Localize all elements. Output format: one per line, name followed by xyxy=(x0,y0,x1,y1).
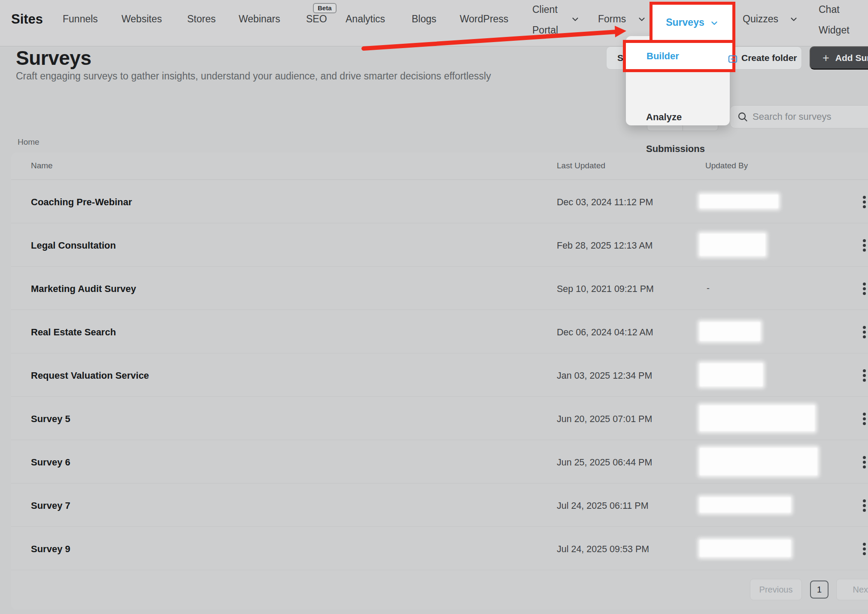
redacted-user xyxy=(700,234,765,256)
nav-item-forms[interactable]: Forms xyxy=(598,13,626,25)
menu-item-submissions[interactable]: Submissions xyxy=(646,143,705,155)
nav-item-chat-widget[interactable]: Chat Widget xyxy=(819,3,850,36)
last-updated-value: Dec 03, 2024 11:12 PM xyxy=(557,197,653,208)
page-title: Surveys xyxy=(16,46,91,70)
updated-by-value xyxy=(700,180,778,223)
chevron-down-icon xyxy=(571,15,580,24)
table-header: Name Last Updated Updated By xyxy=(11,152,868,180)
row-menu-button[interactable] xyxy=(857,237,868,253)
annotation-box-surveys: Surveys xyxy=(649,2,735,43)
survey-name: Marketing Audit Survey xyxy=(31,283,136,295)
nav-item-quizzes[interactable]: Quizzes xyxy=(743,13,778,25)
survey-name: Request Valuation Service xyxy=(31,370,149,381)
updated-by-value xyxy=(700,527,791,570)
nav-item-webinars[interactable]: Webinars xyxy=(239,13,280,25)
redacted-user xyxy=(700,448,817,475)
add-survey-label: Add Survey xyxy=(835,53,868,63)
table-row[interactable]: Survey 5 Jun 20, 2025 07:01 PM xyxy=(11,397,868,440)
chevron-down-icon xyxy=(710,18,719,28)
row-menu-button[interactable] xyxy=(857,194,868,210)
table-row[interactable]: Survey 6 Jun 25, 2025 06:44 PM xyxy=(11,440,868,483)
table-row[interactable]: Marketing Audit Survey Sep 10, 2021 09:2… xyxy=(11,267,868,310)
surveys-table: Name Last Updated Updated By Coaching Pr… xyxy=(11,152,868,610)
redacted-user xyxy=(700,322,760,341)
last-updated-value: Jul 24, 2025 09:53 PM xyxy=(557,544,649,555)
table-row[interactable]: Survey 7 Jul 24, 2025 06:11 PM xyxy=(11,483,868,527)
nav-item-websites[interactable]: Websites xyxy=(121,13,162,25)
redacted-user xyxy=(700,497,791,513)
plus-icon: + xyxy=(822,52,829,64)
chevron-down-icon xyxy=(637,15,646,24)
updated-by-value xyxy=(700,440,817,483)
nav-item-seo[interactable]: SEO xyxy=(306,13,327,25)
next-page-button[interactable]: Next xyxy=(836,579,868,600)
table-row[interactable]: Survey 9 Jul 24, 2025 09:53 PM xyxy=(11,527,868,570)
last-updated-value: Jun 25, 2025 06:44 PM xyxy=(557,457,652,468)
row-menu-button[interactable] xyxy=(857,324,868,340)
row-menu-button[interactable] xyxy=(857,541,868,556)
add-survey-button[interactable]: + Add Survey xyxy=(810,46,868,70)
table-row[interactable]: Request Valuation Service Jan 03, 2025 1… xyxy=(11,353,868,397)
nav-item-client-portal[interactable]: Client Portal xyxy=(532,3,558,36)
table-row[interactable]: Coaching Pre-Webinar Dec 03, 2024 11:12 … xyxy=(11,180,868,223)
top-nav: Sites Funnels Websites Stores Webinars S… xyxy=(0,0,868,46)
create-folder-label: Create folder xyxy=(741,53,797,63)
last-updated-value: Sep 10, 2021 09:21 PM xyxy=(557,284,654,295)
brand-sites[interactable]: Sites xyxy=(11,12,43,27)
nav-item-analytics[interactable]: Analytics xyxy=(346,13,385,25)
redacted-user xyxy=(700,195,778,208)
row-menu-button[interactable] xyxy=(857,368,868,383)
survey-name: Survey 5 xyxy=(31,413,70,425)
table-row[interactable]: Real Estate Search Dec 06, 2024 04:12 AM xyxy=(11,310,868,353)
nav-item-wordpress[interactable]: WordPress xyxy=(460,13,508,25)
current-page-indicator[interactable]: 1 xyxy=(810,581,829,599)
updated-by-empty: - xyxy=(700,283,710,293)
survey-name: Coaching Pre-Webinar xyxy=(31,197,132,208)
redacted-user xyxy=(700,540,791,557)
breadcrumb-home[interactable]: Home xyxy=(18,137,39,147)
redacted-user xyxy=(700,363,763,386)
updated-by-value xyxy=(700,397,815,440)
chevron-down-icon xyxy=(789,15,798,24)
row-menu-button[interactable] xyxy=(857,411,868,426)
redacted-user xyxy=(700,405,815,431)
nav-item-blogs[interactable]: Blogs xyxy=(412,13,437,25)
survey-search xyxy=(730,105,868,128)
updated-by-value xyxy=(700,483,791,526)
row-menu-button[interactable] xyxy=(857,281,868,296)
beta-badge: Beta xyxy=(313,3,337,13)
column-header-by: Updated By xyxy=(705,161,748,170)
nav-item-surveys[interactable]: Surveys xyxy=(666,17,704,28)
updated-by-value xyxy=(700,310,760,353)
updated-by-value xyxy=(700,223,765,266)
updated-by-value: - xyxy=(700,267,710,310)
page-subtitle: Craft engaging surveys to gather insight… xyxy=(16,70,491,82)
menu-item-builder[interactable]: Builder xyxy=(646,51,679,62)
survey-name: Survey 6 xyxy=(31,457,70,468)
search-input[interactable] xyxy=(753,111,860,122)
last-updated-value: Jul 24, 2025 06:11 PM xyxy=(557,501,649,511)
nav-item-funnels[interactable]: Funnels xyxy=(63,13,98,25)
previous-page-button[interactable]: Previous xyxy=(750,579,802,600)
table-row[interactable]: Legal Consultation Feb 28, 2025 12:13 AM xyxy=(11,223,868,267)
menu-item-analyze[interactable]: Analyze xyxy=(646,112,682,123)
survey-name: Legal Consultation xyxy=(31,240,116,251)
survey-name: Survey 9 xyxy=(31,544,70,555)
survey-name: Survey 7 xyxy=(31,500,70,511)
last-updated-value: Feb 28, 2025 12:13 AM xyxy=(557,240,653,251)
column-header-name: Name xyxy=(31,161,53,170)
survey-name: Real Estate Search xyxy=(31,327,116,338)
nav-item-stores[interactable]: Stores xyxy=(187,13,215,25)
column-header-updated: Last Updated xyxy=(557,161,605,170)
annotation-box-builder: Builder xyxy=(623,40,735,72)
row-menu-button[interactable] xyxy=(857,454,868,470)
last-updated-value: Jan 03, 2025 12:34 PM xyxy=(557,371,652,381)
folder-plus-icon xyxy=(728,54,738,64)
search-icon xyxy=(737,111,748,122)
row-menu-button[interactable] xyxy=(857,498,868,513)
last-updated-value: Dec 06, 2024 04:12 AM xyxy=(557,327,653,338)
last-updated-value: Jun 20, 2025 07:01 PM xyxy=(557,414,652,425)
updated-by-value xyxy=(700,353,763,396)
